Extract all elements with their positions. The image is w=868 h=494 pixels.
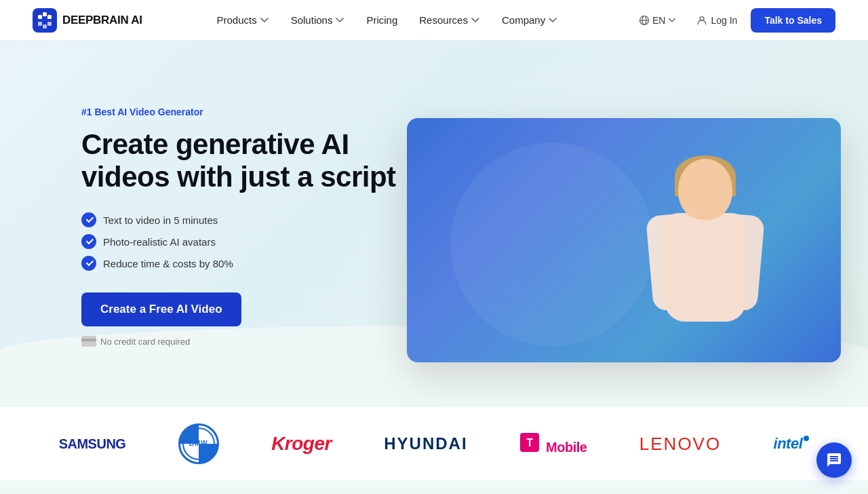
chevron-down-icon bbox=[335, 16, 344, 25]
chevron-down-icon bbox=[548, 16, 557, 25]
credit-card-icon bbox=[81, 336, 96, 347]
check-icon-1 bbox=[81, 212, 96, 227]
no-credit-card-notice: No credit card required bbox=[81, 336, 407, 347]
language-selector[interactable]: EN bbox=[632, 11, 683, 30]
logo-kroger: Kroger bbox=[271, 433, 332, 455]
intel-dot-icon bbox=[804, 436, 809, 441]
feature-item-1: Text to video in 5 minutes bbox=[81, 212, 407, 227]
nav-item-resources[interactable]: Resources bbox=[410, 9, 490, 31]
nav-links: Products Solutions Pricing Resources Com… bbox=[207, 9, 567, 31]
logos-bar: SAMSUNG BMW Kroger HYUNDAI T Mobile LENO… bbox=[0, 407, 868, 480]
logo-text: DEEPBRAIN AI bbox=[62, 14, 142, 27]
svg-rect-1 bbox=[38, 15, 42, 19]
svg-rect-3 bbox=[47, 15, 52, 19]
hero-right bbox=[407, 118, 841, 362]
hero-video-frame[interactable] bbox=[407, 118, 841, 362]
check-icon-2 bbox=[81, 234, 96, 249]
logo[interactable]: DEEPBRAIN AI bbox=[33, 8, 142, 33]
ai-avatar bbox=[610, 132, 800, 362]
svg-rect-2 bbox=[43, 12, 47, 16]
chevron-down-icon bbox=[471, 16, 480, 25]
navbar: DEEPBRAIN AI Products Solutions Pricing … bbox=[0, 0, 868, 41]
avatar-torso bbox=[665, 213, 746, 322]
avatar-head bbox=[678, 159, 732, 220]
hero-title: Create generative AI videos with just a … bbox=[81, 128, 407, 194]
svg-text:T: T bbox=[526, 437, 533, 449]
logo-hyundai: HYUNDAI bbox=[384, 434, 467, 453]
svg-rect-5 bbox=[43, 24, 47, 28]
chevron-down-icon bbox=[260, 16, 269, 25]
deepbrain-logo-icon bbox=[33, 8, 57, 33]
hero-section: #1 Best AI Video Generator Create genera… bbox=[0, 41, 868, 407]
chevron-down-icon bbox=[668, 16, 676, 24]
nav-item-company[interactable]: Company bbox=[492, 9, 567, 31]
talk-to-sales-button[interactable]: Talk to Sales bbox=[751, 8, 835, 33]
logo-lenovo: LENOVO bbox=[639, 434, 721, 455]
svg-rect-0 bbox=[33, 8, 57, 33]
nav-item-products[interactable]: Products bbox=[207, 9, 278, 31]
user-icon bbox=[696, 15, 707, 26]
chat-bubble-button[interactable] bbox=[816, 442, 852, 478]
login-button[interactable]: Log In bbox=[688, 11, 745, 30]
nav-item-solutions[interactable]: Solutions bbox=[281, 9, 355, 31]
globe-icon bbox=[639, 15, 650, 26]
chat-icon bbox=[826, 452, 842, 468]
feature-list: Text to video in 5 minutes Photo-realist… bbox=[81, 212, 407, 271]
hero-left: #1 Best AI Video Generator Create genera… bbox=[81, 107, 407, 375]
avatar-body bbox=[637, 159, 773, 362]
nav-item-pricing[interactable]: Pricing bbox=[357, 9, 407, 31]
logo-bmw: BMW bbox=[178, 423, 219, 464]
feature-item-2: Photo-realistic AI avatars bbox=[81, 234, 407, 249]
svg-rect-6 bbox=[47, 22, 52, 26]
hero-tagline: #1 Best AI Video Generator bbox=[81, 107, 407, 117]
tmobile-icon: T bbox=[520, 433, 539, 452]
logo-samsung: SAMSUNG bbox=[59, 436, 126, 452]
svg-rect-4 bbox=[38, 22, 42, 26]
check-icon-3 bbox=[81, 256, 96, 271]
logo-tmobile: T Mobile bbox=[520, 433, 587, 455]
logo-intel: intel bbox=[774, 435, 810, 453]
hero-cta-button[interactable]: Create a Free AI Video bbox=[81, 292, 241, 326]
feature-item-3: Reduce time & costs by 80% bbox=[81, 256, 407, 271]
nav-right: EN Log In Talk to Sales bbox=[632, 8, 835, 33]
